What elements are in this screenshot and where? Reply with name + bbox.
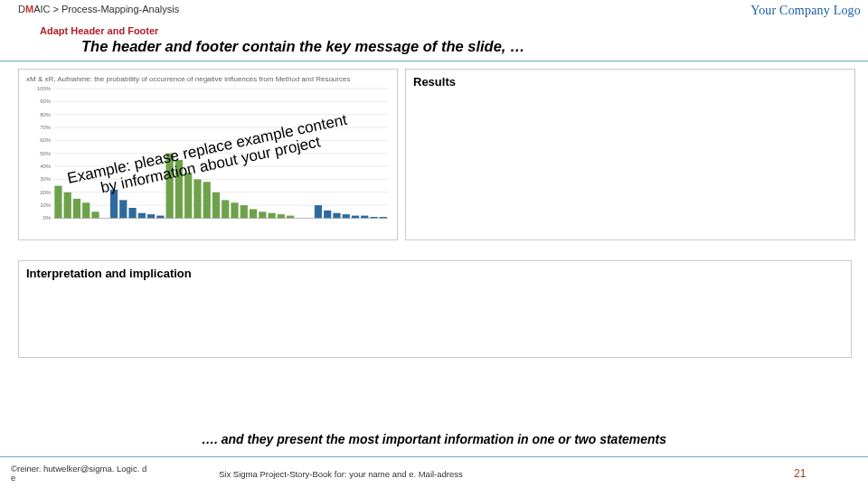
svg-rect-40 bbox=[231, 202, 238, 218]
svg-rect-49 bbox=[333, 213, 340, 219]
svg-rect-41 bbox=[241, 205, 248, 218]
project-story-book-label: Six Sigma Project-Story-Book for: your n… bbox=[201, 469, 758, 479]
svg-text:0%: 0% bbox=[43, 215, 52, 221]
results-title: Results bbox=[413, 75, 847, 89]
page-number: 21 bbox=[758, 467, 857, 480]
row-chart-results: xM & xR, Aufnahme: the probability of oc… bbox=[18, 69, 855, 240]
results-panel: Results bbox=[405, 69, 855, 240]
svg-rect-30 bbox=[138, 213, 146, 219]
svg-rect-48 bbox=[324, 211, 331, 219]
svg-text:90%: 90% bbox=[40, 99, 52, 104]
adapt-header-footer-label: Adapt Header and Footer bbox=[40, 25, 868, 36]
svg-text:30%: 30% bbox=[40, 176, 52, 182]
breadcrumb-rest: AIC > Process-Mapping-Analysis bbox=[33, 4, 179, 14]
svg-text:20%: 20% bbox=[40, 190, 52, 195]
svg-rect-47 bbox=[315, 205, 322, 218]
company-logo: Your Company Logo bbox=[750, 4, 861, 18]
svg-rect-52 bbox=[361, 216, 368, 219]
interpretation-title: Interpretation and implication bbox=[26, 267, 844, 280]
top-bar: DMAIC > Process-Mapping-Analysis Your Co… bbox=[0, 0, 868, 18]
svg-text:10%: 10% bbox=[40, 202, 52, 208]
svg-rect-38 bbox=[212, 192, 220, 219]
svg-rect-42 bbox=[250, 209, 257, 218]
svg-rect-29 bbox=[128, 208, 136, 218]
svg-text:100%: 100% bbox=[37, 86, 52, 91]
header-message: The header and footer contain the key me… bbox=[81, 38, 868, 55]
svg-text:50%: 50% bbox=[40, 151, 52, 156]
chart-area: 0%10%20%30%40%50%60%70%80%90%100% Exampl… bbox=[26, 85, 392, 230]
svg-text:80%: 80% bbox=[40, 112, 52, 117]
svg-text:60%: 60% bbox=[40, 137, 52, 143]
svg-rect-44 bbox=[268, 213, 275, 219]
interpretation-panel: Interpretation and implication bbox=[18, 260, 852, 358]
breadcrumb-M: M bbox=[25, 4, 33, 14]
breadcrumb-D: D bbox=[18, 4, 25, 14]
bottom-bar: ©reiner. hutwelker@sigma. Logic. d e Six… bbox=[0, 465, 868, 483]
svg-rect-39 bbox=[222, 200, 229, 218]
svg-rect-31 bbox=[147, 214, 155, 218]
svg-rect-37 bbox=[203, 182, 211, 218]
chart-title-blurred: xM & xR, Aufnahme: the probability of oc… bbox=[26, 75, 392, 83]
svg-rect-32 bbox=[156, 216, 164, 219]
svg-rect-51 bbox=[352, 216, 359, 219]
svg-rect-35 bbox=[184, 173, 192, 218]
svg-rect-25 bbox=[82, 202, 90, 218]
svg-text:70%: 70% bbox=[40, 125, 52, 130]
divider-bottom bbox=[0, 456, 868, 457]
svg-rect-28 bbox=[119, 200, 127, 218]
slide-root: DMAIC > Process-Mapping-Analysis Your Co… bbox=[0, 0, 868, 488]
content-area: xM & xR, Aufnahme: the probability of oc… bbox=[0, 61, 868, 358]
breadcrumb: DMAIC > Process-Mapping-Analysis bbox=[18, 4, 179, 14]
svg-rect-36 bbox=[193, 179, 201, 218]
svg-rect-46 bbox=[287, 216, 294, 219]
svg-text:40%: 40% bbox=[40, 164, 52, 169]
footer-message: …. and they present the most important i… bbox=[0, 432, 868, 446]
copyright-line2: e bbox=[11, 474, 201, 483]
svg-rect-22 bbox=[54, 186, 61, 219]
svg-rect-43 bbox=[259, 211, 266, 218]
chart-panel: xM & xR, Aufnahme: the probability of oc… bbox=[18, 69, 398, 240]
svg-rect-45 bbox=[278, 214, 285, 218]
svg-rect-23 bbox=[64, 192, 71, 219]
copyright: ©reiner. hutwelker@sigma. Logic. d e bbox=[11, 465, 201, 483]
svg-rect-50 bbox=[343, 214, 350, 218]
copyright-line1: ©reiner. hutwelker@sigma. Logic. d bbox=[11, 465, 201, 474]
svg-rect-26 bbox=[91, 211, 99, 218]
